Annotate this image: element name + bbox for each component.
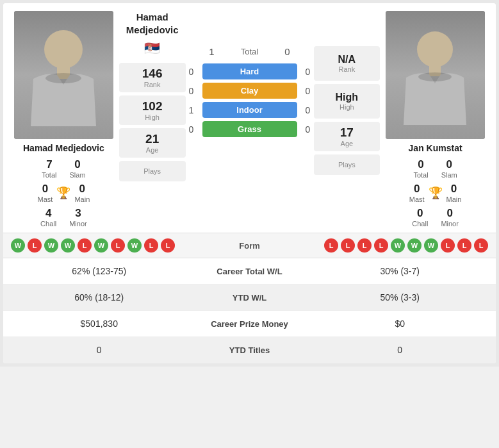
- left-chall-label: Chall: [40, 220, 56, 228]
- indoor-badge: Indoor: [202, 102, 297, 118]
- right-plays-label: Plays: [314, 161, 380, 169]
- trophy-icon-right: 🏆: [429, 186, 443, 200]
- svg-point-7: [417, 31, 453, 67]
- svg-point-4: [45, 73, 81, 83]
- left-player-name-center: Hamad Medjedovic: [119, 11, 186, 36]
- clay-badge: Clay: [202, 83, 297, 99]
- data-left-0: 62% (123-75): [13, 266, 186, 276]
- grass-badge: Grass: [202, 121, 297, 137]
- indoor-left: 1: [186, 105, 197, 115]
- data-label-3: YTD Titles: [186, 345, 314, 355]
- left-main: 0: [74, 183, 90, 195]
- data-label-0: Career Total W/L: [186, 267, 314, 276]
- total-right-score: 0: [282, 46, 293, 57]
- grass-left: 0: [186, 124, 197, 135]
- right-chall-label: Chall: [412, 220, 428, 228]
- right-total-label: Total: [413, 171, 428, 179]
- svg-point-2: [44, 30, 83, 69]
- data-label-2: Career Prize Money: [186, 319, 314, 329]
- right-minor-label: Minor: [441, 220, 459, 228]
- right-total: 0: [413, 158, 428, 171]
- svg-point-9: [418, 72, 452, 81]
- right-main-label: Main: [446, 195, 462, 203]
- left-high-label: High: [119, 113, 186, 121]
- right-slam-label: Slam: [441, 171, 457, 179]
- indoor-right: 0: [302, 105, 314, 115]
- left-slam-label: Slam: [70, 171, 86, 179]
- right-slam: 0: [441, 158, 457, 171]
- left-total-label: Total: [42, 171, 56, 179]
- right-mast-label: Mast: [409, 195, 425, 203]
- left-flag: 🇷🇸: [144, 40, 160, 56]
- left-rank-label: Rank: [119, 81, 186, 88]
- right-age-label: Age: [314, 140, 380, 147]
- hard-left: 0: [186, 67, 197, 77]
- data-left-1: 60% (18-12): [13, 292, 186, 303]
- left-player-name: Hamad Medjedovic: [23, 143, 104, 153]
- right-high-label: High: [314, 103, 380, 111]
- data-row: 0 YTD Titles 0: [3, 337, 496, 363]
- left-high-value: 102: [119, 99, 186, 113]
- clay-left: 0: [186, 86, 197, 96]
- data-right-3: 0: [314, 345, 487, 355]
- left-total: 7: [42, 158, 56, 171]
- right-player-name: Jan Kumstat: [409, 143, 462, 153]
- left-mast-label: Mast: [38, 195, 53, 203]
- left-plays-label: Plays: [119, 167, 186, 175]
- trophy-icon-left: 🏆: [56, 186, 70, 200]
- grass-right: 0: [302, 124, 314, 135]
- form-label: Form: [211, 241, 288, 251]
- hard-badge: Hard: [202, 63, 297, 79]
- right-minor: 0: [441, 207, 459, 220]
- left-form: W L W W L W L W L L: [11, 238, 211, 253]
- total-label: Total: [224, 47, 275, 56]
- right-rank-label: Rank: [314, 65, 380, 73]
- left-minor-label: Minor: [69, 220, 87, 228]
- left-age-value: 21: [119, 132, 186, 146]
- left-chall: 4: [40, 207, 56, 220]
- right-rank-value: N/A: [314, 54, 380, 65]
- hard-right: 0: [302, 67, 314, 77]
- right-chall: 0: [412, 207, 428, 220]
- clay-right: 0: [302, 86, 314, 96]
- data-row: 62% (123-75) Career Total W/L 30% (3-7): [3, 258, 496, 285]
- right-main: 0: [446, 183, 462, 195]
- left-minor: 3: [69, 207, 87, 220]
- right-mast: 0: [409, 183, 425, 195]
- data-right-0: 30% (3-7): [314, 266, 487, 276]
- right-high-value: High: [314, 92, 380, 103]
- right-form: L L L L W W W L L L: [288, 238, 489, 253]
- left-mast: 0: [38, 183, 53, 195]
- data-left-3: 0: [13, 345, 186, 355]
- left-main-label: Main: [74, 195, 90, 203]
- data-label-1: YTD W/L: [186, 293, 314, 303]
- data-row: 60% (18-12) YTD W/L 50% (3-3): [3, 285, 496, 311]
- data-row: $501,830 Career Prize Money $0: [3, 311, 496, 337]
- data-right-2: $0: [314, 319, 487, 329]
- data-left-2: $501,830: [13, 319, 186, 329]
- left-age-label: Age: [119, 146, 186, 154]
- total-left-score: 1: [206, 46, 218, 57]
- left-rank-value: 146: [119, 67, 186, 81]
- right-age-value: 17: [314, 126, 380, 140]
- data-right-1: 50% (3-3): [314, 292, 487, 303]
- left-slam: 0: [70, 158, 86, 171]
